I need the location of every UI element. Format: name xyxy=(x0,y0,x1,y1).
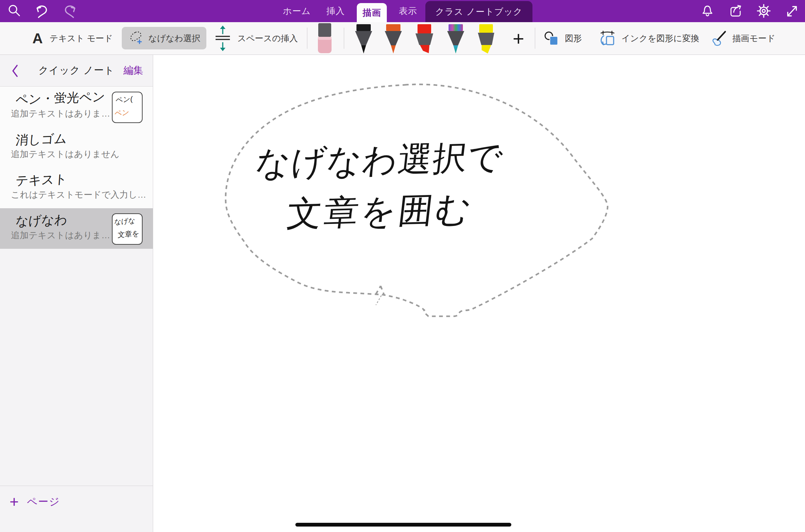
sidebar-header: クイック ノート 編集 xyxy=(0,55,153,87)
page-item-pen-highlighter[interactable]: ペン・蛍光ペン 追加テキストはありま… ペン( ペン xyxy=(0,87,153,127)
share-icon[interactable] xyxy=(729,3,743,18)
page-subtitle: 追加テキストはありま… xyxy=(11,108,110,120)
shapes-label: 図形 xyxy=(565,33,582,44)
thumbnail-ink-line: ペン( xyxy=(116,94,133,105)
thumbnail-ink-line: 文章を xyxy=(118,229,140,240)
draw-mode-button[interactable]: 描画モード xyxy=(710,22,775,55)
text-mode-label: テキスト モード xyxy=(49,33,113,44)
shapes-button[interactable]: 図形 xyxy=(544,22,582,55)
home-indicator[interactable] xyxy=(295,523,511,527)
pen-rainbow-tool[interactable] xyxy=(446,24,466,56)
insert-space-label: スペースの挿入 xyxy=(237,33,298,44)
page-subtitle: 追加テキストはありま… xyxy=(11,229,110,241)
settings-gear-icon[interactable] xyxy=(757,3,771,18)
tab-class-notebook[interactable]: クラス ノートブック xyxy=(425,1,532,22)
text-mode-button[interactable]: A テキスト モード xyxy=(32,22,113,55)
draw-mode-hand-pen-icon xyxy=(710,30,727,47)
lasso-selection-outline xyxy=(153,55,805,532)
toolbar-divider xyxy=(344,28,344,49)
note-canvas[interactable]: なげなわ選択で 文章を囲む xyxy=(153,55,805,532)
page-item-lasso-selected[interactable]: なげなわ 追加テキストはありま… なげな 文章を xyxy=(0,208,153,249)
draw-mode-label: 描画モード xyxy=(732,33,775,44)
plus-icon: + xyxy=(10,494,19,510)
draw-ribbon-toolbar: A テキスト モード なげなわ選択 スペースの挿入 xyxy=(0,22,805,55)
tab-view[interactable]: 表示 xyxy=(392,0,424,22)
shapes-icon xyxy=(544,31,559,46)
fullscreen-expand-icon[interactable] xyxy=(785,3,799,18)
marker-red-tool[interactable] xyxy=(414,24,434,56)
thumbnail-ink-line: ペン xyxy=(115,107,130,118)
page-item-eraser[interactable]: 消しゴム 追加テキストはありません xyxy=(0,127,153,168)
page-list: ペン・蛍光ペン 追加テキストはありま… ペン( ペン 消しゴム 追加テキストはあ… xyxy=(0,87,153,249)
page-title-handwriting: 消しゴム xyxy=(15,130,68,149)
highlighter-yellow-tool[interactable] xyxy=(476,24,496,56)
page-thumbnail: なげな 文章を xyxy=(112,213,143,245)
lasso-select-button[interactable]: なげなわ選択 xyxy=(122,27,206,49)
page-item-text[interactable]: テキスト これはテキストモードで入力し… xyxy=(0,168,153,208)
page-list-sidebar: クイック ノート 編集 ペン・蛍光ペン 追加テキストはありま… ペン( ペン 消… xyxy=(0,55,153,532)
tab-home[interactable]: ホーム xyxy=(279,0,314,22)
eraser-tool[interactable] xyxy=(317,23,332,55)
search-icon[interactable] xyxy=(8,3,21,18)
sidebar-bottom-divider xyxy=(0,486,153,486)
onenote-app-window: ホーム 挿入 描画 表示 クラス ノートブック xyxy=(0,0,805,532)
tab-draw[interactable]: 描画 xyxy=(357,3,387,22)
ink-to-shape-label: インクを図形に変換 xyxy=(621,33,699,44)
text-mode-a-icon: A xyxy=(32,31,43,46)
toolbar-divider xyxy=(307,28,307,49)
thumbnail-ink-line: なげな xyxy=(114,216,135,227)
page-title-handwriting: ペン・蛍光ペン xyxy=(15,88,106,108)
page-title-handwriting: テキスト xyxy=(15,171,68,189)
redo-icon[interactable] xyxy=(62,3,78,19)
page-subtitle: 追加テキストはありません xyxy=(11,148,119,160)
page-subtitle: これはテキストモードで入力し… xyxy=(11,189,146,201)
insert-space-button[interactable]: スペースの挿入 xyxy=(215,22,298,55)
add-page-button[interactable]: + ページ xyxy=(10,494,60,510)
ink-to-shape-button[interactable]: インクを図形に変換 xyxy=(599,22,699,55)
ink-handwriting-line-1[interactable]: なげなわ選択で xyxy=(254,139,505,180)
top-app-bar: ホーム 挿入 描画 表示 クラス ノートブック xyxy=(0,0,805,22)
add-pen-button[interactable]: + xyxy=(509,22,528,55)
ink-to-shape-icon xyxy=(599,30,616,47)
tab-insert[interactable]: 挿入 xyxy=(320,0,351,22)
ink-handwriting-line-2[interactable]: 文章を囲む xyxy=(285,192,475,231)
undo-icon[interactable] xyxy=(34,3,50,19)
add-page-label: ページ xyxy=(27,495,60,509)
page-thumbnail: ペン( ペン xyxy=(112,92,143,123)
lasso-select-label: なげなわ選択 xyxy=(148,33,200,44)
insert-space-icon xyxy=(215,25,231,52)
toolbar-divider xyxy=(535,28,535,49)
page-title-handwriting: なげなわ xyxy=(15,211,68,230)
pen-black-tool[interactable] xyxy=(354,24,374,56)
lasso-icon xyxy=(128,30,144,46)
edit-button[interactable]: 編集 xyxy=(123,55,143,86)
pen-orange-tool[interactable] xyxy=(383,24,403,56)
notifications-bell-icon[interactable] xyxy=(701,3,714,18)
